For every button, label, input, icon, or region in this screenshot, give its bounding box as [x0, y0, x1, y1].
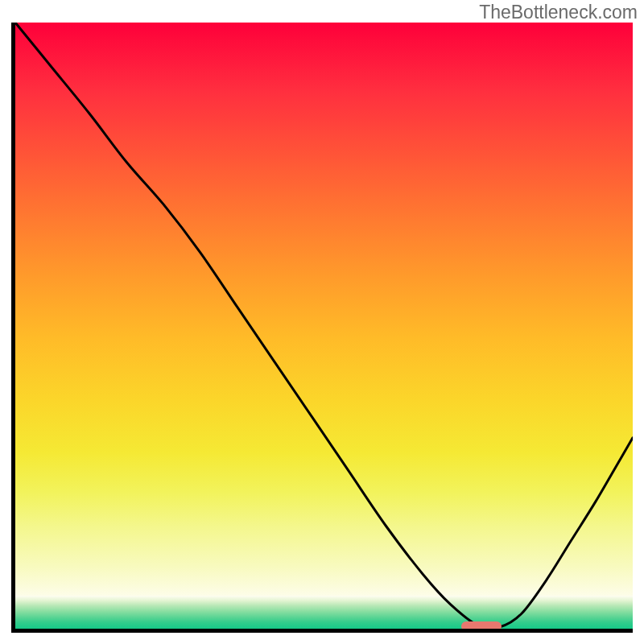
chart-container: TheBottleneck.com	[0, 0, 644, 644]
plot-area	[11, 23, 633, 633]
bottleneck-curve	[15, 23, 633, 629]
optimal-marker	[461, 621, 502, 630]
watermark-text: TheBottleneck.com	[479, 2, 638, 23]
curve-svg	[15, 23, 633, 629]
